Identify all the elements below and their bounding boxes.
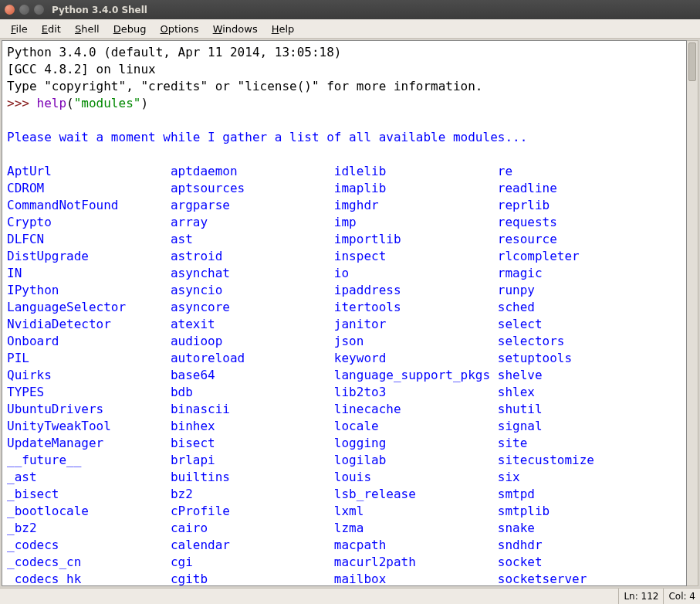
scrollbar-thumb[interactable] (688, 42, 696, 81)
menubar: File Edit Shell Debug Options Windows He… (0, 19, 700, 39)
status-col: Col: 4 (663, 589, 700, 604)
menu-edit[interactable]: Edit (36, 21, 67, 37)
module-name: bisect (171, 435, 334, 452)
window-titlebar: Python 3.4.0 Shell (0, 0, 700, 19)
module-name: builtins (171, 469, 334, 486)
module-name: readline (498, 180, 557, 197)
module-name: re (498, 163, 512, 180)
maximize-icon[interactable] (34, 5, 44, 15)
module-name: brlapi (171, 452, 334, 469)
menu-file[interactable]: File (5, 21, 34, 37)
module-name: requests (498, 214, 557, 231)
module-name: signal (498, 418, 543, 435)
module-name: setuptools (498, 350, 572, 367)
vertical-scrollbar[interactable] (687, 40, 698, 586)
menu-windows[interactable]: Windows (207, 21, 264, 37)
module-name: UnityTweakTool (7, 418, 171, 435)
module-name: array (171, 214, 334, 231)
module-name: IN (7, 265, 171, 282)
module-name: smtplib (498, 503, 550, 520)
shell-text[interactable]: Python 3.4.0 (default, Apr 11 2014, 13:0… (2, 40, 687, 586)
module-name: Crypto (7, 214, 171, 231)
module-name: DLFCN (7, 231, 171, 248)
module-name: bdb (171, 384, 334, 401)
module-name: imp (334, 214, 498, 231)
status-line: Ln: 112 (618, 589, 663, 604)
module-name: bz2 (171, 486, 334, 503)
menu-shell[interactable]: Shell (69, 21, 106, 37)
module-name: runpy (498, 282, 535, 299)
module-name: macurl2path (334, 554, 498, 571)
minimize-icon[interactable] (19, 5, 29, 15)
module-name: smtpd (498, 486, 535, 503)
statusbar: Ln: 112 Col: 4 (0, 588, 700, 604)
module-name: DistUpgrade (7, 248, 171, 265)
module-name: snake (498, 520, 535, 537)
module-name: importlib (334, 231, 498, 248)
menu-debug[interactable]: Debug (107, 21, 153, 37)
module-name: louis (334, 469, 498, 486)
window-controls (5, 5, 44, 15)
module-name: shlex (498, 384, 535, 401)
module-name: _codecs_cn (7, 554, 171, 571)
module-name: aptsources (171, 180, 334, 197)
module-name: sitecustomize (498, 452, 594, 469)
module-name: atexit (171, 316, 334, 333)
module-name: UbuntuDrivers (7, 401, 171, 418)
module-name: astroid (171, 248, 334, 265)
module-name: select (498, 316, 543, 333)
module-name: lib2to3 (334, 384, 498, 401)
module-name: selectors (498, 333, 565, 350)
module-name: binhex (171, 418, 334, 435)
module-name: locale (334, 418, 498, 435)
module-name: imghdr (334, 197, 498, 214)
module-name: PIL (7, 350, 171, 367)
editor-area: Python 3.4.0 (default, Apr 11 2014, 13:0… (0, 39, 700, 588)
module-name: TYPES (7, 384, 171, 401)
module-name: argparse (171, 197, 334, 214)
module-name: rmagic (498, 265, 543, 282)
module-name: _bz2 (7, 520, 171, 537)
module-name: asyncio (171, 282, 334, 299)
module-name: LanguageSelector (7, 299, 171, 316)
module-name: _bootlocale (7, 503, 171, 520)
module-name: keyword (334, 350, 498, 367)
close-icon[interactable] (5, 5, 15, 15)
module-name: logging (334, 435, 498, 452)
module-name: resource (498, 231, 557, 248)
module-name: socket (498, 554, 543, 571)
module-name: cairo (171, 520, 334, 537)
module-name: Onboard (7, 333, 171, 350)
module-name: calendar (171, 537, 334, 554)
module-name: idlelib (334, 163, 498, 180)
module-name: cProfile (171, 503, 334, 520)
module-name: imaplib (334, 180, 498, 197)
module-name: ast (171, 231, 334, 248)
module-name: rlcompleter (498, 248, 580, 265)
module-name: asynchat (171, 265, 334, 282)
module-name: _bisect (7, 486, 171, 503)
module-name: itertools (334, 299, 498, 316)
module-name: mailbox (334, 571, 498, 586)
module-name: io (334, 265, 498, 282)
module-name: ipaddress (334, 282, 498, 299)
module-name: reprlib (498, 197, 550, 214)
module-name: Quirks (7, 367, 171, 384)
module-name: UpdateManager (7, 435, 171, 452)
module-name: lsb_release (334, 486, 498, 503)
menu-help[interactable]: Help (265, 21, 301, 37)
module-name: lzma (334, 520, 498, 537)
module-name: _codecs_hk (7, 571, 171, 586)
module-name: janitor (334, 316, 498, 333)
menu-options[interactable]: Options (154, 21, 205, 37)
module-name: sndhdr (498, 537, 543, 554)
module-name: autoreload (171, 350, 334, 367)
module-name: asyncore (171, 299, 334, 316)
module-name: shelve (498, 367, 543, 384)
module-name: base64 (171, 367, 334, 384)
module-name: IPython (7, 282, 171, 299)
module-name: CommandNotFound (7, 197, 171, 214)
module-name: NvidiaDetector (7, 316, 171, 333)
module-name: shutil (498, 401, 543, 418)
module-name: cgitb (171, 571, 334, 586)
